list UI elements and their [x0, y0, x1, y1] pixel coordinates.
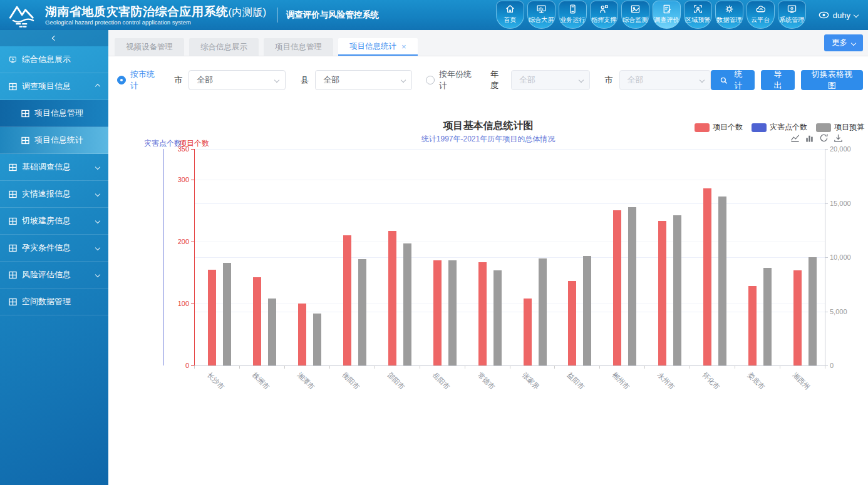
chart-subtitle: 统计1997年-2021年历年项目的总体情况	[108, 134, 868, 145]
sidebar-item[interactable]: 风险评估信息	[0, 262, 108, 288]
tick-mark	[825, 149, 828, 150]
chevron-left-icon	[51, 36, 56, 41]
legend-swatch	[816, 123, 831, 132]
stat-button[interactable]: 统计	[711, 70, 755, 90]
x-tick-mark	[644, 365, 645, 369]
county-select[interactable]: 全部	[315, 70, 412, 90]
table-view-button[interactable]: 切换表格视图	[801, 70, 863, 90]
city2-select[interactable]: 全部	[619, 70, 711, 90]
x-tick-mark	[239, 365, 240, 369]
nav-item-monitor[interactable]: 综合监测	[621, 1, 649, 29]
nav-item-home[interactable]: 首页	[496, 1, 524, 29]
sidebar-item[interactable]: 灾情速报信息	[0, 181, 108, 208]
left-axis-tick: 0	[185, 362, 189, 369]
nav-item-survey[interactable]: 调查评价	[653, 1, 681, 29]
command-icon	[599, 4, 609, 14]
legend-item[interactable]: 项目预算	[816, 122, 864, 133]
x-axis-label: 常德市	[475, 370, 497, 392]
tick-mark	[191, 242, 194, 242]
bar-项目预算-常德市	[493, 270, 502, 365]
sidebar-item[interactable]: 调查项目信息	[0, 73, 108, 100]
x-tick-mark	[194, 365, 195, 369]
sidebar-item[interactable]: 基础调查信息	[0, 154, 108, 181]
legend-item[interactable]: 项目个数	[695, 122, 743, 133]
bar-项目预算-湘潭市	[313, 314, 321, 365]
bar-项目预算-郴州市	[628, 207, 636, 365]
nav-item-cloud[interactable]: 云平台	[747, 1, 775, 29]
left-axis-tick: 100	[178, 300, 189, 307]
radio-by-city-label[interactable]: 按市统计	[130, 69, 159, 91]
grid-icon	[9, 298, 17, 306]
chevron-down-icon	[700, 78, 705, 83]
tick-mark	[191, 149, 194, 150]
year-select[interactable]: 全部	[511, 70, 589, 90]
x-axis-label: 株洲市	[250, 370, 271, 392]
nav-item-region[interactable]: 区域预警	[684, 1, 712, 29]
survey-icon	[661, 4, 672, 14]
tab-bar: 视频设备管理综合信息展示项目信息管理项目信息统计× 更多	[108, 30, 868, 56]
chart-toolbox	[790, 133, 843, 143]
tab-close-icon[interactable]: ×	[401, 42, 406, 51]
legend-item[interactable]: 灾害点个数	[752, 122, 807, 133]
year-label: 年度	[490, 69, 505, 91]
x-axis-label: 湘西州	[790, 370, 812, 392]
tick-mark	[191, 180, 194, 180]
bar-项目个数-衡阳市	[343, 235, 351, 365]
left-axis-tick: 200	[178, 238, 189, 245]
save-image-icon[interactable]	[834, 133, 843, 143]
top-navigation: 首页综合大屏业务运行指挥支撑综合监测调查评价区域预警数据管理云平台系统管理	[496, 0, 806, 30]
chevron-down-icon	[95, 245, 100, 250]
radio-by-year[interactable]	[426, 76, 435, 84]
chevron-down-icon	[95, 272, 100, 277]
nav-item-system[interactable]: 系统管理	[778, 1, 806, 29]
nav-item-gear[interactable]: 数据管理	[715, 1, 743, 29]
city-select[interactable]: 全部	[189, 70, 286, 90]
tab-item[interactable]: 综合信息展示	[189, 38, 259, 56]
bar-项目预算-岳阳市	[448, 260, 457, 365]
gridline	[194, 242, 825, 242]
chevron-down-icon	[95, 191, 100, 197]
tab-active[interactable]: 项目信息统计×	[338, 38, 418, 56]
x-tick-mark	[284, 365, 285, 369]
bar-项目个数-岳阳市	[433, 260, 442, 365]
switch-line-icon[interactable]	[790, 133, 800, 143]
bigscreen-icon	[536, 4, 547, 14]
more-button[interactable]: 更多	[824, 34, 863, 51]
sidebar-item[interactable]: 空间数据管理	[0, 288, 108, 315]
restore-icon[interactable]	[819, 133, 829, 143]
user-menu[interactable]: duhy	[819, 11, 858, 20]
switch-bar-icon[interactable]	[805, 133, 814, 143]
sidebar-item[interactable]: 孕灾条件信息	[0, 235, 108, 262]
chevron-up-icon	[95, 84, 100, 89]
bar-项目个数-怀化市	[703, 188, 711, 365]
bar-项目预算-张家界	[539, 258, 547, 365]
tick-mark	[825, 203, 828, 204]
left-axis-tick: 350	[178, 145, 189, 153]
nav-item-mobile[interactable]: 业务运行	[559, 1, 587, 29]
system-icon	[787, 4, 797, 14]
tab-item[interactable]: 视频设备管理	[115, 38, 184, 56]
nav-item-bigscreen[interactable]: 综合大屏	[527, 1, 555, 29]
radio-by-year-label[interactable]: 按年份统计	[439, 69, 475, 91]
x-tick-mark	[510, 365, 510, 369]
bar-项目预算-益阳市	[583, 256, 591, 365]
bar-项目预算-长沙市	[223, 263, 231, 365]
tab-item[interactable]: 项目信息管理	[264, 38, 333, 56]
bar-项目个数-常德市	[478, 262, 487, 365]
nav-item-command[interactable]: 指挥支撑	[590, 1, 618, 29]
grid-icon	[9, 190, 17, 198]
sidebar-item[interactable]: 综合信息展示	[0, 46, 108, 73]
x-tick-mark	[690, 365, 690, 369]
bar-项目个数-株洲市	[253, 277, 261, 365]
bar-项目预算-株洲市	[268, 299, 276, 365]
radio-by-city[interactable]	[117, 76, 126, 84]
chevron-down-icon	[95, 218, 100, 223]
left-axis-line-projects	[194, 149, 195, 365]
sidebar-item[interactable]: 切坡建房信息	[0, 208, 108, 235]
export-button[interactable]: 导出	[761, 70, 794, 90]
sidebar-collapse-button[interactable]	[0, 30, 108, 46]
sidebar-subitem[interactable]: 项目信息管理	[0, 100, 108, 127]
sidebar-subitem[interactable]: 项目信息统计	[0, 127, 108, 154]
x-axis-label: 邵阳市	[385, 370, 406, 392]
tick-mark	[825, 257, 828, 258]
